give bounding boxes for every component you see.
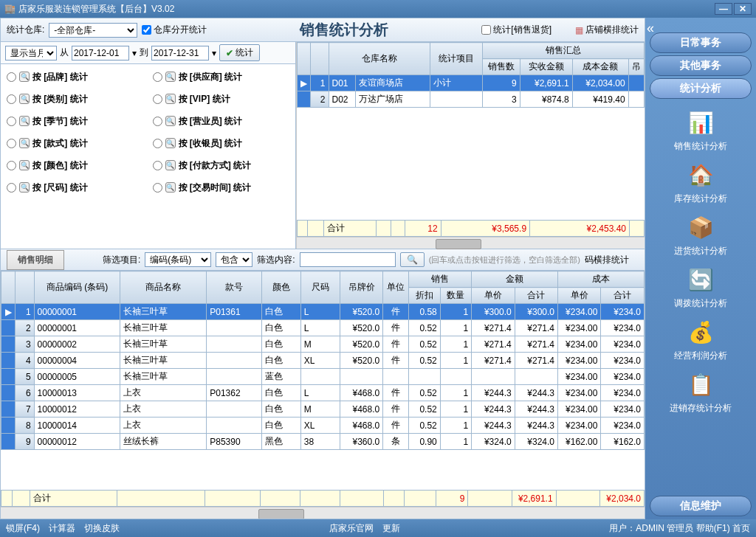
sidebar-item[interactable]: 🏠库存统计分析 bbox=[674, 159, 727, 205]
zoom-icon: 🔍 bbox=[19, 182, 30, 193]
sidebar-item-icon: 🏠 bbox=[684, 159, 717, 191]
sidebar-item-icon: 🔄 bbox=[684, 263, 717, 296]
filter-option[interactable]: 🔍按 [收银员] 统计 bbox=[148, 132, 295, 154]
zoom-icon: 🔍 bbox=[165, 116, 176, 126]
detail-row[interactable]: 810000014上衣白色XL¥468.0件0.521¥244.3¥244.3¥… bbox=[1, 418, 645, 434]
sidebar-tab[interactable]: 其他事务 bbox=[650, 55, 752, 76]
sidebar: « 日常事务其他事务统计分析 📊销售统计分析🏠库存统计分析📦进货统计分析🔄调拨统… bbox=[645, 18, 756, 519]
shop-rank-checkbox[interactable]: ▦店铺横排统计 bbox=[575, 24, 639, 36]
filter-option[interactable]: 🔍按 [颜色] 统计 bbox=[2, 154, 148, 176]
filter-field-select[interactable]: 编码(条码) bbox=[145, 252, 211, 267]
detail-row[interactable]: 300000002长袖三叶草白色M¥520.0件0.521¥271.4¥271.… bbox=[1, 336, 645, 353]
search-button[interactable]: 🔍 bbox=[400, 252, 425, 267]
zoom-icon: 🔍 bbox=[19, 72, 30, 82]
filter-option[interactable]: 🔍按 [款式] 统计 bbox=[2, 132, 148, 154]
sidebar-item-icon: 📊 bbox=[684, 106, 717, 139]
zoom-icon: 🔍 bbox=[19, 94, 30, 104]
detail-tab[interactable]: 销售明细 bbox=[7, 250, 64, 270]
zoom-icon: 🔍 bbox=[165, 138, 176, 148]
detail-row[interactable]: 200000001长袖三叶草白色L¥520.0件0.521¥271.4¥271.… bbox=[1, 320, 645, 336]
filter-option[interactable]: 🔍按 [类别] 统计 bbox=[2, 88, 148, 110]
date-from[interactable] bbox=[72, 46, 129, 60]
zoom-icon: 🔍 bbox=[19, 138, 30, 148]
filter-cond-select[interactable]: 包含 bbox=[216, 252, 252, 267]
sidebar-item[interactable]: 💰经营利润分析 bbox=[674, 316, 727, 362]
minimize-button[interactable]: — bbox=[715, 3, 732, 15]
warehouse-select[interactable]: -全部仓库- bbox=[49, 23, 137, 38]
filter-option[interactable]: 🔍按 [尺码] 统计 bbox=[2, 176, 148, 198]
summary-hscroll[interactable] bbox=[297, 237, 645, 249]
zoom-icon: 🔍 bbox=[19, 116, 30, 126]
detail-row[interactable]: 900000012丝绒长裤P85390黑色38¥360.0条0.901¥324.… bbox=[1, 434, 645, 450]
sidebar-collapse-icon[interactable]: « bbox=[647, 21, 654, 36]
search-bar: 销售明细 筛选项目: 编码(条码) 包含 筛选内容: 🔍 (回车或点击按钮进行筛… bbox=[1, 249, 645, 271]
zoom-icon: 🔍 bbox=[165, 72, 176, 82]
sidebar-info-maintain[interactable]: 信息维护 bbox=[650, 496, 752, 516]
statusbar: 锁屏(F4)计算器切换皮肤 店家乐官网更新 用户：ADMIN 管理员 帮助(F1… bbox=[0, 519, 756, 537]
sidebar-item[interactable]: 📦进货统计分析 bbox=[674, 211, 727, 257]
status-link[interactable]: 锁屏(F4) bbox=[6, 522, 40, 535]
status-link[interactable]: 更新 bbox=[382, 522, 400, 535]
filter-option[interactable]: 🔍按 [VIP] 统计 bbox=[148, 88, 295, 110]
page-title: 销售统计分析 bbox=[211, 20, 477, 40]
sidebar-item[interactable]: 📊销售统计分析 bbox=[674, 106, 727, 153]
detail-row[interactable]: 500000005长袖三叶草蓝色¥234.00¥234.0 bbox=[1, 369, 645, 385]
summary-row[interactable]: ▶1D01友谊商场店小计9¥2,691.1¥2,034.00 bbox=[298, 75, 645, 91]
stat-return-checkbox[interactable]: 统计[销售退货] bbox=[481, 24, 551, 36]
detail-table: 商品编码 (条码) 商品名称 款号 颜色 尺码 吊牌价 单位 销售 金额 成本 … bbox=[1, 271, 645, 450]
top-toolbar: 统计仓库: -全部仓库- 仓库分开统计 销售统计分析 统计[销售退货] ▦店铺横… bbox=[1, 18, 645, 42]
filter-option[interactable]: 🔍按 [交易时间] 统计 bbox=[148, 176, 295, 198]
zoom-icon: 🔍 bbox=[19, 160, 30, 170]
zoom-icon: 🔍 bbox=[165, 182, 176, 193]
app-icon: 🏬 bbox=[4, 4, 16, 14]
detail-hscroll[interactable] bbox=[1, 507, 645, 519]
sidebar-tab[interactable]: 统计分析 bbox=[650, 78, 752, 99]
detail-row[interactable]: 400000004长袖三叶草白色XL¥520.0件0.521¥271.4¥271… bbox=[1, 353, 645, 369]
close-button[interactable]: ✕ bbox=[734, 3, 752, 15]
sidebar-item[interactable]: 📋进销存统计分析 bbox=[670, 368, 732, 415]
detail-row[interactable]: 610000013上衣P01362白色L¥468.0件0.521¥244.3¥2… bbox=[1, 385, 645, 401]
detail-row[interactable]: 710000012上衣白色M¥468.0件0.521¥244.3¥244.3¥2… bbox=[1, 401, 645, 418]
filter-option[interactable]: 🔍按 [付款方式] 统计 bbox=[148, 154, 295, 176]
sidebar-item-icon: 💰 bbox=[684, 316, 717, 348]
summary-row[interactable]: 2D02万达广场店3¥874.8¥419.40 bbox=[298, 91, 645, 108]
status-link[interactable]: 计算器 bbox=[49, 522, 75, 535]
sidebar-item-icon: 📦 bbox=[684, 211, 717, 243]
summary-table: 仓库名称 统计项目 销售汇总 销售数实收金额成本金额吊 ▶1D01友谊商场店小计… bbox=[297, 42, 645, 108]
status-link[interactable]: 店家乐官网 bbox=[329, 522, 374, 535]
stat-button[interactable]: ✔统计 bbox=[219, 44, 260, 61]
show-select[interactable]: 显示当月 bbox=[5, 46, 57, 60]
filter-option[interactable]: 🔍按 [品牌] 统计 bbox=[2, 66, 148, 88]
summary-total-label: 合计 bbox=[324, 221, 377, 237]
titlebar: 🏬 店家乐服装连锁管理系统【后台】V3.02 — ✕ bbox=[0, 0, 756, 18]
filter-option[interactable]: 🔍按 [供应商] 统计 bbox=[148, 66, 295, 88]
sidebar-item[interactable]: 🔄调拨统计分析 bbox=[674, 263, 727, 310]
split-checkbox[interactable]: 仓库分开统计 bbox=[142, 24, 207, 36]
warehouse-label: 统计仓库: bbox=[7, 24, 44, 36]
status-link[interactable]: 切换皮肤 bbox=[84, 522, 120, 535]
window-title: 店家乐服装连锁管理系统【后台】V3.02 bbox=[18, 3, 174, 15]
sidebar-tab[interactable]: 日常事务 bbox=[650, 32, 752, 53]
filter-option[interactable]: 🔍按 [季节] 统计 bbox=[2, 110, 148, 132]
zoom-icon: 🔍 bbox=[165, 160, 176, 170]
date-to[interactable] bbox=[151, 46, 209, 60]
status-user: 用户：ADMIN 管理员 帮助(F1) 首页 bbox=[609, 522, 750, 535]
filter-input[interactable] bbox=[300, 252, 396, 267]
zoom-icon: 🔍 bbox=[165, 94, 176, 104]
sidebar-item-icon: 📋 bbox=[684, 368, 717, 401]
filter-option[interactable]: 🔍按 [营业员] 统计 bbox=[148, 110, 295, 132]
detail-row[interactable]: ▶100000001长袖三叶草P01361白色L¥520.0件0.581¥300… bbox=[1, 304, 645, 320]
